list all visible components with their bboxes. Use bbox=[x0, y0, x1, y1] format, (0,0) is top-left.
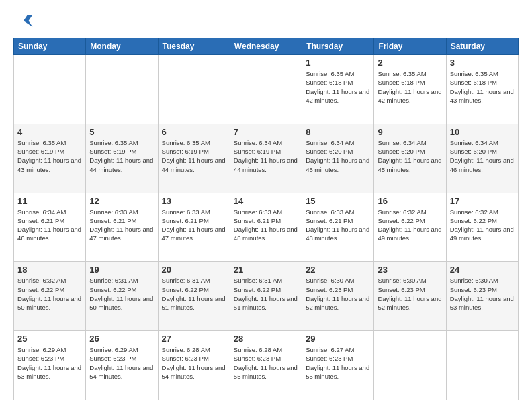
svg-marker-0 bbox=[24, 15, 33, 27]
calendar-cell: 26Sunrise: 6:29 AM Sunset: 6:23 PM Dayli… bbox=[86, 331, 158, 400]
calendar-cell: 18Sunrise: 6:32 AM Sunset: 6:22 PM Dayli… bbox=[14, 262, 86, 331]
calendar-cell: 23Sunrise: 6:30 AM Sunset: 6:23 PM Dayli… bbox=[374, 262, 446, 331]
calendar-week-1: 4Sunrise: 6:35 AM Sunset: 6:19 PM Daylig… bbox=[14, 124, 519, 193]
calendar-cell: 2Sunrise: 6:35 AM Sunset: 6:18 PM Daylig… bbox=[374, 55, 446, 124]
calendar-cell: 4Sunrise: 6:35 AM Sunset: 6:19 PM Daylig… bbox=[14, 124, 86, 193]
weekday-header-thursday: Thursday bbox=[302, 38, 374, 55]
calendar-cell: 10Sunrise: 6:34 AM Sunset: 6:20 PM Dayli… bbox=[446, 124, 518, 193]
calendar-cell: 7Sunrise: 6:34 AM Sunset: 6:19 PM Daylig… bbox=[230, 124, 302, 193]
page: SundayMondayTuesdayWednesdayThursdayFrid… bbox=[0, 0, 532, 411]
day-info: Sunrise: 6:32 AM Sunset: 6:22 PM Dayligh… bbox=[450, 208, 515, 243]
day-info: Sunrise: 6:35 AM Sunset: 6:18 PM Dayligh… bbox=[378, 69, 442, 105]
calendar-cell: 13Sunrise: 6:33 AM Sunset: 6:21 PM Dayli… bbox=[158, 193, 230, 262]
calendar-cell: 25Sunrise: 6:29 AM Sunset: 6:23 PM Dayli… bbox=[14, 331, 86, 400]
calendar-cell bbox=[374, 331, 446, 400]
day-info: Sunrise: 6:30 AM Sunset: 6:23 PM Dayligh… bbox=[378, 276, 442, 312]
day-info: Sunrise: 6:35 AM Sunset: 6:19 PM Dayligh… bbox=[89, 138, 154, 174]
calendar-cell: 17Sunrise: 6:32 AM Sunset: 6:22 PM Dayli… bbox=[446, 193, 518, 262]
calendar-cell bbox=[86, 55, 158, 124]
day-info: Sunrise: 6:30 AM Sunset: 6:23 PM Dayligh… bbox=[450, 276, 515, 312]
day-number: 19 bbox=[89, 265, 154, 275]
day-number: 26 bbox=[89, 334, 154, 344]
day-info: Sunrise: 6:31 AM Sunset: 6:22 PM Dayligh… bbox=[89, 276, 154, 312]
day-number: 5 bbox=[89, 127, 154, 137]
day-info: Sunrise: 6:33 AM Sunset: 6:21 PM Dayligh… bbox=[234, 208, 298, 243]
logo bbox=[13, 11, 36, 31]
calendar-cell: 22Sunrise: 6:30 AM Sunset: 6:23 PM Dayli… bbox=[302, 262, 374, 331]
calendar-cell bbox=[158, 55, 230, 124]
weekday-header-row: SundayMondayTuesdayWednesdayThursdayFrid… bbox=[14, 38, 519, 55]
day-info: Sunrise: 6:34 AM Sunset: 6:20 PM Dayligh… bbox=[306, 138, 370, 174]
calendar-body: 1Sunrise: 6:35 AM Sunset: 6:18 PM Daylig… bbox=[14, 55, 519, 400]
calendar-cell: 6Sunrise: 6:35 AM Sunset: 6:19 PM Daylig… bbox=[158, 124, 230, 193]
day-number: 25 bbox=[17, 334, 82, 344]
day-number: 1 bbox=[306, 58, 370, 68]
day-number: 28 bbox=[234, 334, 298, 344]
day-number: 10 bbox=[450, 127, 515, 137]
calendar-week-2: 11Sunrise: 6:34 AM Sunset: 6:21 PM Dayli… bbox=[14, 193, 519, 262]
day-number: 16 bbox=[378, 196, 442, 206]
day-number: 29 bbox=[306, 334, 370, 344]
day-number: 7 bbox=[234, 127, 298, 137]
day-number: 27 bbox=[162, 334, 226, 344]
calendar-cell bbox=[14, 55, 86, 124]
calendar-week-4: 25Sunrise: 6:29 AM Sunset: 6:23 PM Dayli… bbox=[14, 331, 519, 400]
calendar-week-0: 1Sunrise: 6:35 AM Sunset: 6:18 PM Daylig… bbox=[14, 55, 519, 124]
day-info: Sunrise: 6:34 AM Sunset: 6:20 PM Dayligh… bbox=[378, 138, 442, 174]
logo-icon bbox=[13, 11, 34, 31]
day-number: 15 bbox=[306, 196, 370, 206]
calendar-cell: 24Sunrise: 6:30 AM Sunset: 6:23 PM Dayli… bbox=[446, 262, 518, 331]
calendar-cell: 15Sunrise: 6:33 AM Sunset: 6:21 PM Dayli… bbox=[302, 193, 374, 262]
day-info: Sunrise: 6:35 AM Sunset: 6:18 PM Dayligh… bbox=[306, 69, 370, 105]
day-info: Sunrise: 6:27 AM Sunset: 6:23 PM Dayligh… bbox=[306, 345, 370, 381]
day-number: 12 bbox=[89, 196, 154, 206]
day-info: Sunrise: 6:35 AM Sunset: 6:19 PM Dayligh… bbox=[162, 138, 226, 174]
day-info: Sunrise: 6:34 AM Sunset: 6:19 PM Dayligh… bbox=[234, 138, 298, 174]
calendar-cell: 29Sunrise: 6:27 AM Sunset: 6:23 PM Dayli… bbox=[302, 331, 374, 400]
day-info: Sunrise: 6:35 AM Sunset: 6:19 PM Dayligh… bbox=[17, 138, 82, 174]
day-number: 23 bbox=[378, 265, 442, 275]
day-info: Sunrise: 6:29 AM Sunset: 6:23 PM Dayligh… bbox=[17, 345, 82, 381]
day-info: Sunrise: 6:33 AM Sunset: 6:21 PM Dayligh… bbox=[306, 208, 370, 243]
day-info: Sunrise: 6:28 AM Sunset: 6:23 PM Dayligh… bbox=[162, 345, 226, 381]
calendar-cell bbox=[230, 55, 302, 124]
day-number: 21 bbox=[234, 265, 298, 275]
calendar-cell: 5Sunrise: 6:35 AM Sunset: 6:19 PM Daylig… bbox=[86, 124, 158, 193]
day-info: Sunrise: 6:29 AM Sunset: 6:23 PM Dayligh… bbox=[89, 345, 154, 381]
calendar-cell: 28Sunrise: 6:28 AM Sunset: 6:23 PM Dayli… bbox=[230, 331, 302, 400]
day-number: 9 bbox=[378, 127, 442, 137]
day-info: Sunrise: 6:31 AM Sunset: 6:22 PM Dayligh… bbox=[234, 276, 298, 312]
day-number: 4 bbox=[17, 127, 82, 137]
day-info: Sunrise: 6:34 AM Sunset: 6:21 PM Dayligh… bbox=[17, 208, 82, 243]
calendar-header: SundayMondayTuesdayWednesdayThursdayFrid… bbox=[14, 38, 519, 55]
day-info: Sunrise: 6:33 AM Sunset: 6:21 PM Dayligh… bbox=[89, 208, 154, 243]
day-number: 24 bbox=[450, 265, 515, 275]
day-info: Sunrise: 6:30 AM Sunset: 6:23 PM Dayligh… bbox=[306, 276, 370, 312]
calendar-cell: 11Sunrise: 6:34 AM Sunset: 6:21 PM Dayli… bbox=[14, 193, 86, 262]
day-info: Sunrise: 6:35 AM Sunset: 6:18 PM Dayligh… bbox=[450, 69, 515, 105]
day-number: 18 bbox=[17, 265, 82, 275]
day-number: 6 bbox=[162, 127, 226, 137]
calendar-cell bbox=[446, 331, 518, 400]
header bbox=[13, 11, 519, 31]
weekday-header-friday: Friday bbox=[374, 38, 446, 55]
day-info: Sunrise: 6:33 AM Sunset: 6:21 PM Dayligh… bbox=[162, 208, 226, 243]
day-info: Sunrise: 6:31 AM Sunset: 6:22 PM Dayligh… bbox=[162, 276, 226, 312]
calendar-cell: 14Sunrise: 6:33 AM Sunset: 6:21 PM Dayli… bbox=[230, 193, 302, 262]
weekday-header-wednesday: Wednesday bbox=[230, 38, 302, 55]
day-info: Sunrise: 6:32 AM Sunset: 6:22 PM Dayligh… bbox=[378, 208, 442, 243]
calendar-table: SundayMondayTuesdayWednesdayThursdayFrid… bbox=[13, 38, 519, 400]
weekday-header-saturday: Saturday bbox=[446, 38, 518, 55]
calendar-cell: 21Sunrise: 6:31 AM Sunset: 6:22 PM Dayli… bbox=[230, 262, 302, 331]
day-info: Sunrise: 6:32 AM Sunset: 6:22 PM Dayligh… bbox=[17, 276, 82, 312]
calendar-cell: 19Sunrise: 6:31 AM Sunset: 6:22 PM Dayli… bbox=[86, 262, 158, 331]
weekday-header-monday: Monday bbox=[86, 38, 158, 55]
weekday-header-tuesday: Tuesday bbox=[158, 38, 230, 55]
day-number: 11 bbox=[17, 196, 82, 206]
calendar-cell: 9Sunrise: 6:34 AM Sunset: 6:20 PM Daylig… bbox=[374, 124, 446, 193]
calendar-cell: 20Sunrise: 6:31 AM Sunset: 6:22 PM Dayli… bbox=[158, 262, 230, 331]
day-number: 20 bbox=[162, 265, 226, 275]
calendar-cell: 16Sunrise: 6:32 AM Sunset: 6:22 PM Dayli… bbox=[374, 193, 446, 262]
calendar-cell: 8Sunrise: 6:34 AM Sunset: 6:20 PM Daylig… bbox=[302, 124, 374, 193]
day-number: 3 bbox=[450, 58, 515, 68]
